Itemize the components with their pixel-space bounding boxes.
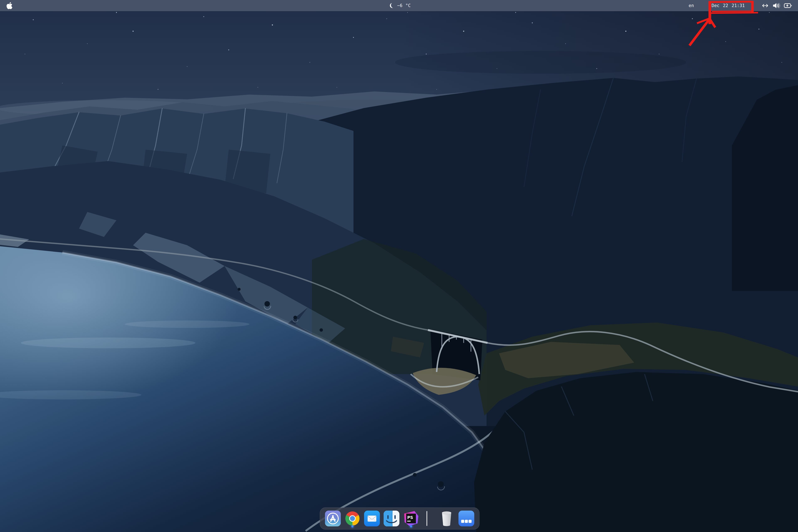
input-switch-menu[interactable] [761,0,769,11]
dock-item-chrome[interactable] [345,509,360,528]
volume-menu[interactable] [772,0,781,11]
weather-widget[interactable]: −6 °C [389,0,411,11]
dock: PS [320,508,480,530]
battery-menu[interactable] [784,0,792,11]
menu-bar-clock[interactable]: Dec 22 21:31 [711,0,745,11]
dock-item-launcher[interactable] [459,509,474,528]
volume-icon [772,2,781,9]
app-store-icon [325,511,341,526]
desktop: −6 °C en Dec 22 21:31 [0,0,798,532]
launcher-grid-icon [459,511,474,526]
menu-bar: −6 °C en Dec 22 21:31 [0,0,798,11]
battery-charging-icon [784,3,792,8]
running-indicator [351,525,353,528]
finder-icon [384,511,400,526]
dock-item-trash[interactable] [440,509,453,528]
apple-logo-icon [6,2,13,10]
temperature-label: −6 °C [397,3,411,8]
keyboard-layout-indicator[interactable]: en [689,0,694,11]
dock-item-mail[interactable] [364,509,380,528]
dock-item-finder[interactable] [384,509,400,528]
svg-text:PS: PS [407,515,413,520]
left-right-arrow-icon [761,3,769,8]
dock-separator [426,511,427,526]
dock-item-phpstorm[interactable]: PS [403,509,419,528]
running-indicator [410,525,412,528]
dock-item-app-store[interactable] [325,509,341,528]
crescent-moon-icon [389,3,394,8]
chrome-icon [345,511,360,526]
mail-icon [364,511,380,526]
apple-menu-button[interactable] [6,0,13,11]
wallpaper-big-sur-night [0,0,798,532]
phpstorm-icon: PS [403,510,419,527]
trash-icon [440,510,453,527]
